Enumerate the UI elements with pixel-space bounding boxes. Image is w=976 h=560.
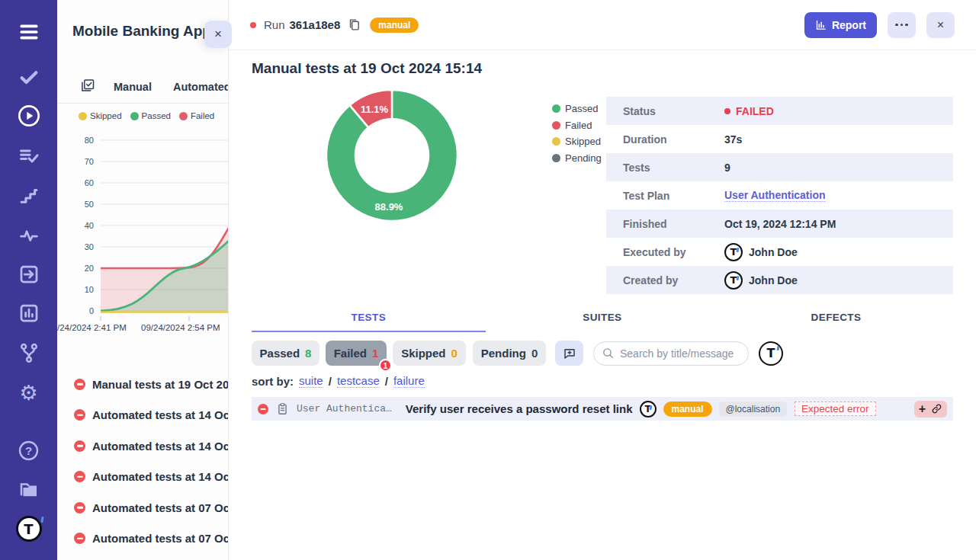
test-suite-name[interactable]: User Authentica… [297, 403, 392, 414]
run-type-badge: manual [370, 18, 419, 33]
filter-pending-button[interactable]: Pending0 [473, 341, 546, 366]
play-circle-icon[interactable] [0, 104, 57, 128]
run-detail: Run 361a18e8 manual Report × Manual test… [229, 0, 976, 560]
tab-manual[interactable]: Manual [114, 81, 152, 93]
topbar-actions: Report × [804, 12, 955, 38]
app-root: ⚙ ? T Mobile Banking App Manual Automate… [0, 0, 976, 560]
filter-passed-button[interactable]: Passed8 [252, 341, 319, 366]
branch-icon[interactable] [0, 341, 57, 364]
copy-run-id-button[interactable] [348, 18, 361, 31]
failed-status-icon [74, 379, 85, 390]
test-plan-link[interactable]: User Authentication [724, 189, 826, 202]
add-button[interactable]: + [919, 403, 926, 415]
legend-pending: Pending [552, 150, 602, 167]
sort-by-suite[interactable]: suite [299, 374, 323, 388]
close-run-button[interactable]: × [926, 12, 955, 38]
analytics-icon[interactable] [0, 302, 57, 325]
sort-by-failure[interactable]: failure [393, 374, 425, 388]
check-icon[interactable] [0, 66, 57, 88]
failed-status-icon [74, 471, 85, 482]
add-comment-button[interactable] [555, 341, 583, 366]
passed-dot [552, 104, 560, 113]
run-list-item[interactable]: Manual tests at 19 Oct 2024 [57, 369, 229, 400]
run-topbar: Run 361a18e8 manual Report × [229, 0, 976, 50]
failed-dot [724, 108, 730, 114]
tab-suites[interactable]: SUITES [486, 306, 720, 332]
sort-by-testcase[interactable]: testcase [337, 374, 380, 388]
run-label: Run [264, 18, 285, 31]
results-donut-chart: 11.1% 88.9% [316, 79, 468, 232]
failed-dot [552, 121, 560, 130]
failed-status-icon [258, 404, 268, 414]
steps-icon[interactable] [0, 185, 57, 206]
svg-text:60: 60 [85, 178, 94, 187]
avatar: T [724, 243, 743, 261]
tab-defects[interactable]: DEFECTS [719, 306, 953, 332]
panel-close-button[interactable]: × [204, 21, 232, 48]
logo-accent [40, 517, 43, 523]
skipped-dot [79, 112, 87, 120]
run-list-item[interactable]: Automated tests at 07 Oct 2024 [57, 492, 229, 523]
run-type-tabs: Manual Automated [57, 74, 229, 100]
runs-trend-chart: 80 70 60 50 40 30 20 10 0 /24/2024 2: [57, 128, 229, 334]
copy-check-icon [80, 78, 95, 96]
import-run-icon[interactable] [0, 263, 57, 286]
run-list-item[interactable]: Automated tests at 14 Oct 2024 [57, 430, 229, 462]
app-logo[interactable]: T [0, 515, 57, 542]
run-list-item[interactable]: Automated tests at 14 Oct 2024 [57, 462, 229, 493]
filter-skipped-button[interactable]: Skipped0 [393, 341, 466, 366]
search-box [593, 341, 749, 366]
copy-icon [348, 18, 361, 31]
status-badge: FAILED [724, 105, 774, 117]
hamburger-menu-icon[interactable] [0, 20, 57, 44]
run-list-item[interactable]: Automated tests at 14 Oct 2024 [57, 400, 229, 431]
donut-legend: Passed Failed Skipped Pending [552, 101, 602, 166]
tab-tests[interactable]: TESTS [252, 306, 486, 332]
help-circle-icon[interactable]: ? [0, 439, 57, 462]
run-heading: Manual tests at 19 Oct 2024 15:14 [252, 60, 482, 77]
activity-pulse-icon[interactable] [0, 225, 57, 246]
legend-skipped: Skipped [79, 111, 122, 120]
expected-error-chip[interactable]: Expected error [795, 402, 876, 416]
info-row-created-by: Created by TJohn Doe [606, 266, 953, 294]
svg-text:30: 30 [85, 242, 94, 251]
ellipsis-icon [895, 24, 908, 27]
run-id: 361a18e8 [290, 18, 341, 31]
svg-text:11.1%: 11.1% [361, 104, 389, 115]
list-check-icon[interactable] [0, 146, 57, 167]
info-row-testplan: Test Plan User Authentication [606, 181, 953, 210]
test-result-row[interactable]: User Authentica… Verify user receives a … [252, 397, 953, 421]
failed-count-badge: 1 [379, 359, 392, 372]
info-row-finished: Finished Oct 19, 2024 12:14 PM [606, 210, 953, 238]
run-list-item[interactable]: Automated tests at 07 Oct 2024 [57, 523, 229, 555]
search-icon [602, 347, 615, 363]
sort-row: sort by: suite / testcase / failure [252, 374, 425, 388]
filter-row: Passed8 Failed1 1 Skipped0 Pending0 T [252, 341, 783, 366]
run-status-dot [250, 22, 256, 28]
legend-passed: Passed [552, 101, 602, 117]
result-tabs: TESTS SUITES DEFECTS [252, 306, 953, 332]
more-actions-button[interactable] [888, 12, 916, 38]
pending-dot [552, 154, 560, 162]
svg-text:/24/2024 2:41 PM: /24/2024 2:41 PM [57, 323, 127, 332]
folders-icon[interactable] [0, 478, 57, 501]
svg-text:09/24/2024 2:54 PM: 09/24/2024 2:54 PM [141, 323, 220, 332]
report-chart-icon [815, 19, 827, 30]
test-title[interactable]: Verify user receives a password reset li… [406, 402, 633, 415]
filter-failed-button[interactable]: Failed1 1 [326, 341, 387, 366]
assignee-avatar: T [640, 401, 657, 418]
test-tag[interactable]: @localisation [719, 402, 788, 417]
svg-text:50: 50 [85, 200, 94, 209]
tab-automated[interactable]: Automated [173, 81, 229, 93]
gear-icon[interactable]: ⚙ [0, 381, 57, 404]
info-row-status: Status FAILED [606, 97, 953, 125]
report-button[interactable]: Report [804, 12, 877, 38]
link-icon[interactable] [931, 403, 942, 414]
run-history-list: Manual tests at 19 Oct 2024 Automated te… [57, 369, 229, 554]
project-panel: Mobile Banking App Manual Automated Skip… [57, 0, 229, 560]
failed-status-icon [74, 409, 85, 421]
legend-skipped: Skipped [552, 133, 602, 150]
user-avatar[interactable]: T [759, 341, 783, 366]
search-input[interactable] [593, 341, 749, 366]
trend-legend: Skipped Passed Failed [79, 111, 214, 120]
